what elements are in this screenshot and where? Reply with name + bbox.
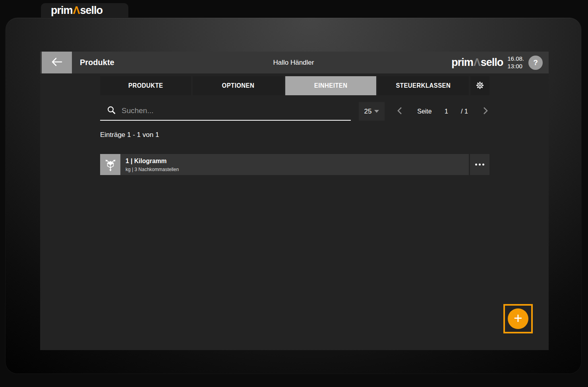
- device-window: Produkte Hallo Händler primΛsello 16.08.…: [6, 18, 581, 374]
- fab-highlight-frame: +: [503, 304, 533, 333]
- search-field: [100, 102, 351, 121]
- page-title: Produkte: [80, 58, 114, 67]
- pagination: Seite 1 / 1: [395, 102, 490, 121]
- primasello-logo: primΛsello: [51, 4, 103, 17]
- next-page-button[interactable]: [481, 105, 490, 118]
- unit-more-options-button[interactable]: [470, 154, 489, 175]
- tab-optionen[interactable]: OPTIONEN: [193, 76, 284, 95]
- greeting-text: Hallo Händler: [273, 59, 314, 67]
- app-surface: Produkte Hallo Händler primΛsello 16.08.…: [40, 52, 549, 350]
- screen: primΛsello Produkte Hal: [0, 0, 588, 387]
- tab-bar: PRODUKTE OPTIONEN EINHEITEN STEUERKLASSE…: [100, 76, 489, 95]
- total-pages: / 1: [461, 108, 468, 115]
- browser-tab-primasello[interactable]: primΛsello: [41, 3, 128, 18]
- entries-summary: Einträge 1 - 1 von 1: [100, 131, 159, 139]
- unit-info: 1 | Kilogramm kg | 3 Nachkommastellen: [120, 154, 469, 175]
- lambda-glyph: Λ: [73, 4, 80, 16]
- plus-icon: +: [514, 311, 522, 325]
- app-header: Produkte Hallo Händler primΛsello 16.08.…: [40, 52, 549, 73]
- tab-produkte[interactable]: PRODUKTE: [100, 76, 191, 95]
- arrow-left-icon: [51, 57, 63, 68]
- previous-page-button[interactable]: [395, 105, 404, 118]
- question-mark-icon: ?: [533, 58, 538, 67]
- ellipsis-icon: [475, 164, 484, 166]
- help-button[interactable]: ?: [528, 56, 543, 70]
- back-button[interactable]: [42, 52, 72, 73]
- current-page[interactable]: 1: [445, 108, 448, 115]
- search-input[interactable]: [122, 106, 351, 115]
- page-size-select[interactable]: 25: [359, 102, 385, 121]
- lambda-glyph: Λ: [473, 56, 481, 68]
- date-text: 16.08.: [507, 55, 524, 63]
- search-icon: [100, 106, 116, 116]
- settings-button[interactable]: [470, 76, 489, 95]
- page-label: Seite: [417, 108, 431, 115]
- tab-einheiten[interactable]: EINHEITEN: [285, 76, 376, 95]
- header-right: primΛsello 16.08. 13:00 ?: [451, 55, 543, 70]
- gear-icon: [475, 81, 485, 91]
- unit-subtitle: kg | 3 Nachkommastellen: [126, 166, 441, 172]
- add-unit-button[interactable]: +: [508, 308, 528, 329]
- chevron-right-icon: [482, 106, 489, 116]
- unit-title: 1 | Kilogramm: [126, 157, 441, 165]
- time-text: 13:00: [507, 63, 524, 70]
- unit-list-item[interactable]: 1 | Kilogramm kg | 3 Nachkommastellen: [100, 154, 489, 175]
- chevron-down-icon: [374, 110, 379, 113]
- datetime: 16.08. 13:00: [507, 55, 524, 70]
- tab-steuerklassen[interactable]: STEUERKLASSEN: [378, 76, 469, 95]
- primasello-logo-header: primΛsello: [451, 56, 503, 69]
- page-size-value: 25: [364, 108, 372, 116]
- unit-cube-icon: [100, 154, 120, 175]
- chevron-left-icon: [397, 106, 403, 116]
